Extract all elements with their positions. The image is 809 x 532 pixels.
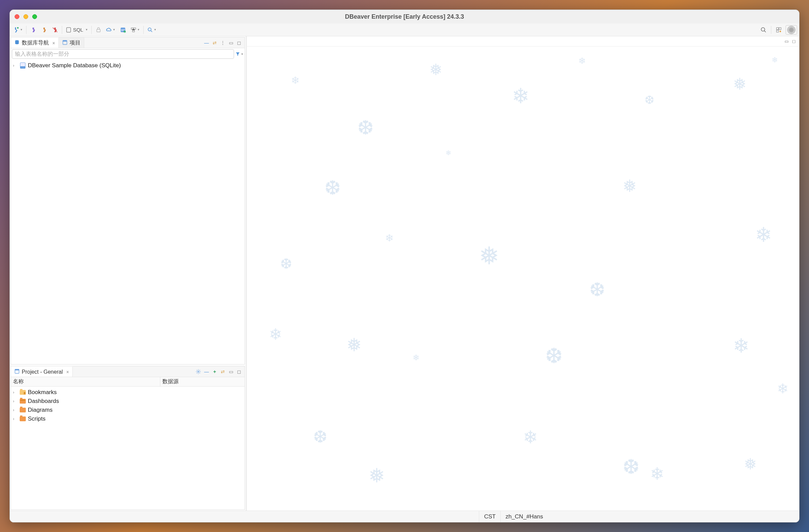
expand-icon[interactable]: › xyxy=(13,63,18,68)
link-editor-icon[interactable]: ⇄ xyxy=(212,40,217,46)
close-tab-icon[interactable]: × xyxy=(52,40,55,46)
tab-projects[interactable]: 项目 xyxy=(59,37,84,48)
link-editor-icon[interactable]: ⇄ xyxy=(220,369,225,374)
svg-point-10 xyxy=(761,28,765,31)
tree-item-diagrams[interactable]: › Diagrams xyxy=(12,406,244,414)
close-tab-icon[interactable]: × xyxy=(66,369,69,375)
filter-row: ▼ xyxy=(11,48,244,60)
column-name[interactable]: 名称 xyxy=(11,377,160,386)
database-navigator-panel: 数据库导航 × 项目 — ⇄ ⋮ ▭ ◻ xyxy=(11,37,245,364)
project-tree: › Bookmarks › Dashboards › Diagrams xyxy=(11,387,244,510)
sql-editor-button[interactable]: SQL ▼ xyxy=(64,25,89,35)
global-search-button[interactable] xyxy=(759,25,768,35)
configure-icon[interactable] xyxy=(196,369,201,374)
maximize-panel-icon[interactable]: ◻ xyxy=(236,369,242,374)
connect-button[interactable] xyxy=(29,25,38,35)
project-icon xyxy=(14,368,20,375)
navigator-tree: › DBeaver Sample Database (SQLite) xyxy=(11,60,244,364)
git-button[interactable]: GIT+ xyxy=(118,25,128,35)
folder-bookmarks-icon xyxy=(20,389,26,395)
lock-button[interactable] xyxy=(94,25,103,35)
project-columns: 名称 数据源 xyxy=(11,377,244,387)
svg-rect-12 xyxy=(779,28,781,30)
collapse-icon[interactable]: — xyxy=(204,369,209,374)
status-timezone[interactable]: CST xyxy=(479,511,500,522)
cloud-button[interactable]: ▼ xyxy=(105,25,117,35)
titlebar: DBeaver Enterprise [Early Access] 24.3.3 xyxy=(10,10,799,23)
column-datasource[interactable]: 数据源 xyxy=(160,377,244,386)
folder-diagrams-icon xyxy=(20,407,26,413)
database-icon xyxy=(14,40,20,47)
tree-item-label: Scripts xyxy=(28,415,46,422)
statusbar: CST zh_CN_#Hans xyxy=(10,511,799,522)
expand-icon[interactable]: › xyxy=(13,408,18,412)
svg-point-9 xyxy=(148,28,151,31)
svg-rect-11 xyxy=(776,28,778,30)
tree-item-scripts[interactable]: › Scripts xyxy=(12,414,244,423)
left-sidebar: 数据库导航 × 项目 — ⇄ ⋮ ▭ ◻ xyxy=(10,36,247,511)
tab-project-general[interactable]: Project - General × xyxy=(11,366,73,377)
maximize-panel-icon[interactable]: ◻ xyxy=(236,40,242,46)
open-perspective-button[interactable] xyxy=(774,25,784,35)
avatar-icon xyxy=(787,26,795,34)
tree-item-label: DBeaver Sample Database (SQLite) xyxy=(28,62,121,69)
svg-rect-8 xyxy=(133,30,135,32)
tab-label: Project - General xyxy=(22,369,63,375)
maximize-editor-icon[interactable]: ◻ xyxy=(792,39,796,44)
filter-input[interactable] xyxy=(12,49,234,59)
svg-rect-1 xyxy=(97,29,101,32)
minimize-editor-icon[interactable]: ▭ xyxy=(785,39,789,44)
svg-rect-6 xyxy=(131,28,133,30)
editor-area: ▭ ◻ ❄ ❆ ❅ ❄ ❄ ❆ ❅ ❄ ❆ ❄ ❅ ❆ ❄ ❅ ❄ ❆ ❄ xyxy=(247,36,799,511)
application-window: DBeaver Enterprise [Early Access] 24.3.3… xyxy=(10,10,799,522)
projects-icon xyxy=(62,40,68,47)
svg-point-20 xyxy=(198,371,199,372)
svg-rect-13 xyxy=(776,30,778,32)
schema-button[interactable]: ▼ xyxy=(129,25,141,35)
new-connection-button[interactable]: ▼ xyxy=(12,25,24,35)
workbench-body: 数据库导航 × 项目 — ⇄ ⋮ ▭ ◻ xyxy=(10,36,799,511)
project-tabrow: Project - General × — + ⇄ ▭ ◻ xyxy=(11,366,244,377)
tree-item-label: Diagrams xyxy=(28,407,53,413)
tree-item-dashboards[interactable]: › Dashboards xyxy=(12,397,244,406)
tree-item-label: Bookmarks xyxy=(28,389,57,396)
svg-rect-0 xyxy=(67,28,71,32)
window-title: DBeaver Enterprise [Early Access] 24.3.3 xyxy=(10,13,799,20)
editor-tab-controls: ▭ ◻ xyxy=(247,36,799,47)
minimize-panel-icon[interactable]: ▭ xyxy=(228,369,234,374)
svg-point-14 xyxy=(779,31,781,32)
collapse-icon[interactable]: — xyxy=(204,40,209,46)
minimize-panel-icon[interactable]: ▭ xyxy=(228,40,234,46)
sqlite-icon xyxy=(20,63,26,69)
tree-item-sample-db[interactable]: › DBeaver Sample Database (SQLite) xyxy=(12,61,244,70)
project-general-panel: Project - General × — + ⇄ ▭ ◻ xyxy=(11,366,245,510)
tab-label: 数据库导航 xyxy=(22,39,49,47)
main-toolbar: ▼ SQL ▼ ▼ GIT+ ▼ xyxy=(10,23,799,36)
add-icon[interactable]: + xyxy=(212,369,217,374)
user-avatar[interactable] xyxy=(786,25,797,35)
svg-point-15 xyxy=(15,40,19,41)
disconnect-all-button[interactable] xyxy=(50,25,60,35)
snowflake-background: ❄ ❆ ❅ ❄ ❄ ❆ ❅ ❄ ❆ ❄ ❅ ❆ ❄ ❅ ❄ ❆ ❄ ❅ ❄ ❆ xyxy=(247,47,799,511)
expand-icon[interactable]: › xyxy=(13,399,18,404)
status-locale[interactable]: zh_CN_#Hans xyxy=(500,511,548,522)
svg-rect-19 xyxy=(15,369,19,370)
search-button[interactable]: ▼ xyxy=(146,25,158,35)
svg-rect-7 xyxy=(134,28,136,30)
tab-label: 项目 xyxy=(70,39,81,47)
tree-item-label: Dashboards xyxy=(28,398,59,405)
folder-dashboards-icon xyxy=(20,398,26,404)
expand-icon[interactable]: › xyxy=(13,390,18,395)
navigator-tabrow: 数据库导航 × 项目 — ⇄ ⋮ ▭ ◻ xyxy=(11,37,244,48)
disconnect-button[interactable] xyxy=(39,25,49,35)
expand-icon[interactable]: › xyxy=(13,416,18,421)
svg-rect-17 xyxy=(63,40,67,41)
view-menu-icon[interactable]: ⋮ xyxy=(220,40,225,46)
folder-scripts-icon xyxy=(20,416,26,422)
svg-text:+: + xyxy=(124,31,125,33)
tab-database-navigator[interactable]: 数据库导航 × xyxy=(11,37,59,48)
tree-item-bookmarks[interactable]: › Bookmarks xyxy=(12,388,244,397)
filter-icon[interactable]: ▼ xyxy=(235,51,243,57)
sql-label: SQL xyxy=(73,27,83,33)
